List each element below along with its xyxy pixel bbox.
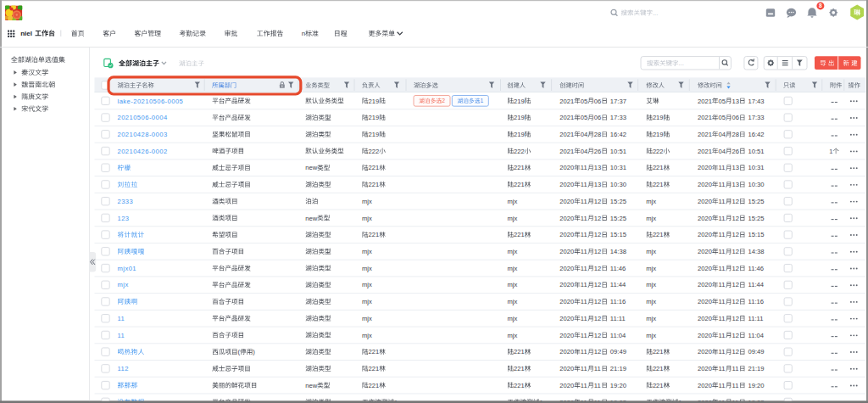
svg-text:221: 221: [514, 164, 525, 171]
svg-text:11: 11: [719, 198, 726, 205]
svg-text:11: 11: [581, 198, 587, 205]
svg-text:12: 12: [732, 348, 739, 355]
svg-text:new: new: [305, 164, 317, 171]
svg-text:11: 11: [719, 164, 726, 171]
svg-text:10:51: 10:51: [748, 148, 765, 155]
svg-text:221: 221: [514, 382, 525, 389]
svg-text:11:11: 11:11: [748, 315, 764, 322]
svg-text:mjx: mjx: [646, 298, 656, 305]
svg-text:2020: 2020: [698, 248, 712, 255]
svg-text:mjx: mjx: [507, 281, 517, 288]
svg-text:221: 221: [653, 181, 664, 188]
svg-text:2021: 2021: [559, 114, 574, 121]
svg-text:2020: 2020: [559, 215, 574, 222]
svg-text:12: 12: [732, 198, 739, 205]
svg-text:2020: 2020: [559, 315, 574, 322]
svg-text:12: 12: [594, 248, 601, 255]
svg-text:15:15: 15:15: [610, 231, 626, 238]
svg-text:8: 8: [819, 3, 822, 8]
svg-text:221: 221: [369, 348, 380, 355]
svg-text:2020: 2020: [698, 348, 712, 355]
svg-text:12: 12: [594, 215, 601, 222]
svg-text:11: 11: [719, 215, 726, 222]
svg-text:16:42: 16:42: [610, 131, 626, 138]
svg-text:17:33: 17:33: [610, 114, 626, 121]
svg-text:219: 219: [514, 98, 525, 105]
svg-text:2021: 2021: [698, 131, 712, 138]
svg-text:11: 11: [732, 365, 739, 372]
svg-text:11: 11: [719, 298, 726, 305]
svg-text:1: 1: [481, 98, 484, 104]
svg-text:12: 12: [594, 332, 601, 339]
svg-text:16:42: 16:42: [748, 131, 765, 138]
svg-text:2021: 2021: [559, 148, 574, 155]
svg-text:21:19: 21:19: [610, 365, 626, 372]
svg-text:13: 13: [732, 181, 739, 188]
svg-text:15:25: 15:25: [610, 215, 626, 222]
svg-text:14:38: 14:38: [748, 248, 765, 255]
svg-text:2020: 2020: [698, 198, 712, 205]
svg-text:09:49: 09:49: [610, 348, 626, 355]
svg-text:mjx: mjx: [507, 315, 517, 322]
svg-text:mjx: mjx: [507, 332, 517, 339]
svg-text:11: 11: [719, 265, 726, 272]
svg-text:mjx: mjx: [507, 215, 517, 222]
svg-text:mjx: mjx: [362, 298, 372, 305]
svg-text:05: 05: [581, 114, 587, 121]
svg-text:11: 11: [581, 231, 587, 238]
svg-text:221: 221: [369, 231, 380, 238]
svg-text:13: 13: [594, 164, 601, 171]
svg-text:2: 2: [442, 98, 445, 104]
svg-text:mjx01: mjx01: [118, 265, 137, 272]
svg-text:219: 219: [369, 131, 380, 138]
svg-text:11:16: 11:16: [610, 298, 626, 305]
svg-text:221: 221: [653, 365, 664, 372]
svg-text:219: 219: [514, 131, 525, 138]
svg-text:06: 06: [732, 114, 739, 121]
svg-text:mjx: mjx: [646, 265, 656, 272]
svg-text:222: 222: [653, 148, 664, 155]
svg-text:...: ...: [679, 59, 684, 67]
svg-text:11: 11: [594, 382, 601, 389]
svg-text:11: 11: [719, 231, 726, 238]
svg-text:12: 12: [594, 298, 601, 305]
svg-text:17:37: 17:37: [610, 98, 626, 105]
svg-text:10:30: 10:30: [748, 181, 765, 188]
svg-text:221: 221: [514, 181, 525, 188]
svg-text:17:33: 17:33: [748, 114, 765, 121]
svg-text:21:19: 21:19: [748, 365, 765, 372]
svg-text:20210428-0003: 20210428-0003: [118, 131, 168, 138]
svg-text:219: 219: [369, 114, 380, 121]
svg-text:12: 12: [732, 332, 739, 339]
svg-text:11:11: 11:11: [610, 315, 626, 322]
svg-text:15:25: 15:25: [610, 198, 626, 205]
svg-text:112: 112: [118, 365, 129, 372]
svg-text:19:20: 19:20: [610, 382, 626, 389]
svg-text:222: 222: [369, 148, 380, 155]
svg-text:04: 04: [581, 148, 587, 155]
svg-text:15:15: 15:15: [748, 231, 765, 238]
svg-text:11: 11: [118, 315, 125, 322]
svg-text:222: 222: [514, 148, 525, 155]
svg-text:11: 11: [581, 164, 587, 171]
svg-text:11: 11: [581, 215, 587, 222]
svg-text:2020: 2020: [559, 198, 574, 205]
svg-text:26: 26: [594, 148, 601, 155]
svg-text:12: 12: [594, 348, 601, 355]
svg-text:221: 221: [514, 348, 525, 355]
svg-text:12: 12: [594, 315, 601, 322]
svg-text:11: 11: [581, 248, 587, 255]
svg-text:06: 06: [594, 98, 601, 105]
svg-text:mjx: mjx: [362, 281, 372, 288]
svg-text:11: 11: [719, 315, 726, 322]
svg-text:13: 13: [594, 181, 601, 188]
svg-text:2020: 2020: [559, 365, 574, 372]
svg-text:221: 221: [514, 231, 525, 238]
svg-text:2020: 2020: [559, 298, 574, 305]
svg-text:2020: 2020: [559, 332, 574, 339]
svg-text:10:30: 10:30: [610, 181, 626, 188]
svg-text:15:25: 15:25: [748, 215, 765, 222]
svg-text:219: 219: [514, 114, 525, 121]
svg-text:2020: 2020: [559, 348, 574, 355]
svg-text:niel: niel: [20, 30, 32, 37]
